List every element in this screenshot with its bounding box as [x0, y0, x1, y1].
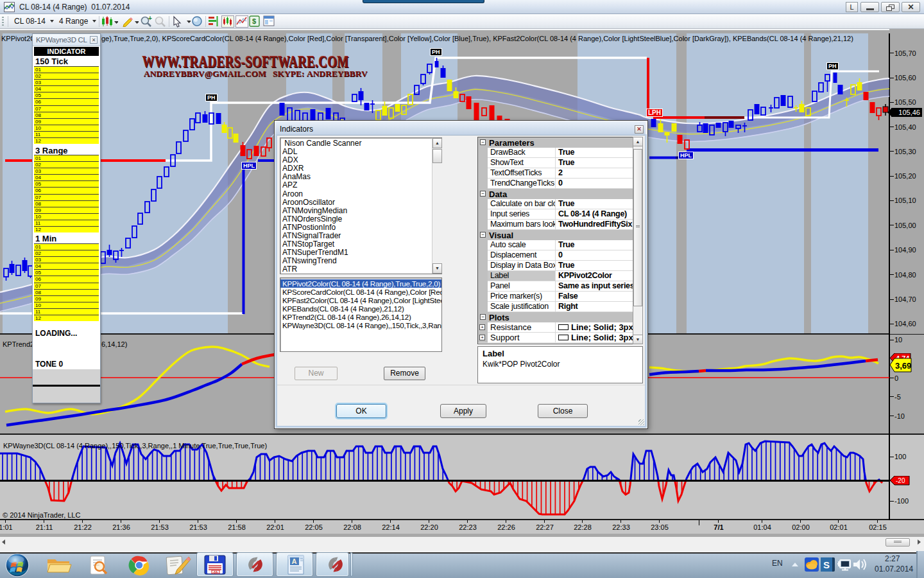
svg-text:$: $: [252, 17, 256, 25]
svg-text:-20: -20: [896, 477, 905, 484]
svg-text:S: S: [823, 559, 830, 570]
svg-text:3,69: 3,69: [895, 361, 911, 371]
svg-text:-64-: -64-: [213, 570, 219, 574]
svg-text:A: A: [292, 557, 297, 565]
svg-text:+: +: [148, 15, 152, 22]
